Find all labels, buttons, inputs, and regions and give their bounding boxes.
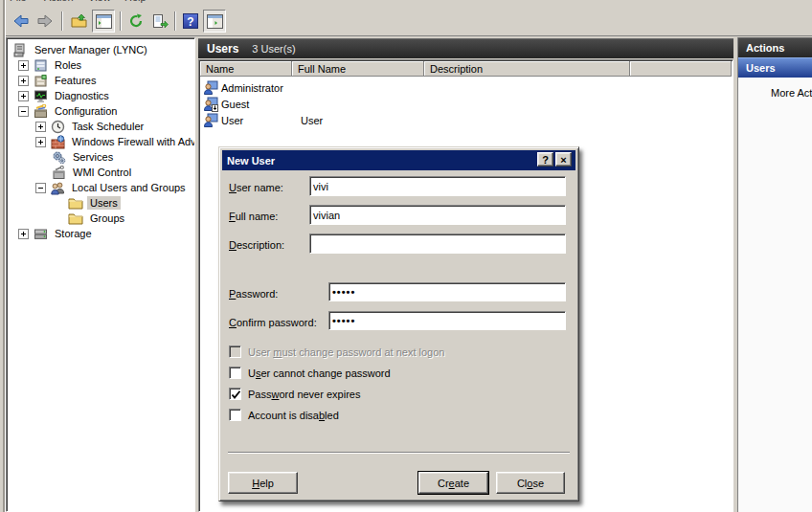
full-name-label: Full name: [229,211,278,222]
up-one-level-icon [71,13,87,29]
forward-button[interactable] [34,10,56,33]
task-scheduler-icon [50,119,65,134]
storage-icon [33,226,48,241]
results-pane-header: Users 3 User(s) [198,38,733,58]
column-header-full-name[interactable]: Full Name [292,61,424,77]
tree-item-diagnostics[interactable]: Diagnostics [18,88,112,103]
tree-item-users[interactable]: Users [68,195,121,211]
toolbar-separator [61,11,63,31]
checkbox-password-never-expires[interactable]: Password never expires [229,388,360,400]
user-icon [203,113,218,128]
user-name: Guest [221,99,249,110]
tree-item-label: Configuration [52,104,120,118]
console-tree: Server Manager (LYNC) Roles Features Dia… [6,37,195,512]
user-name-input[interactable] [309,176,566,196]
toolbar-separator [120,11,122,31]
user-name-label: User name: [229,182,283,193]
menu-action[interactable]: Action [44,0,74,3]
tree-item-windows-firewall[interactable]: Windows Firewall with Advanced Security [35,134,194,149]
firewall-icon [50,134,65,149]
checkbox-icon [229,345,241,358]
dialog-title: New User [227,155,275,167]
tree-item-label: Server Manager (LYNC) [32,43,150,56]
collapse-icon[interactable] [18,106,29,117]
guest-user-icon [203,97,218,112]
expand-icon[interactable] [18,229,29,239]
full-name-input[interactable] [309,205,566,225]
toolbar-separator [174,11,176,31]
up-one-level-button[interactable] [67,10,90,33]
tree-item-task-scheduler[interactable]: Task Scheduler [35,119,147,134]
show-action-pane-icon [207,14,223,29]
expand-icon[interactable] [35,137,46,147]
create-button[interactable]: Create [418,472,488,494]
expand-icon[interactable] [18,76,29,86]
checkbox-icon[interactable] [229,367,241,379]
dialog-help-button[interactable]: ? [537,152,553,167]
refresh-button[interactable] [124,10,147,33]
tree-item-label: Task Scheduler [69,120,147,133]
refresh-icon [128,13,144,29]
password-input[interactable] [328,282,566,301]
checkbox-cannot-change-password[interactable]: User cannot change password [229,367,391,379]
confirm-password-label: Confirm password: [229,317,317,328]
wmi-control-icon [51,165,66,180]
column-header-description[interactable]: Description [424,61,630,77]
menu-help[interactable]: Help [124,0,147,3]
user-full-name: User [293,115,425,126]
tree-item-groups[interactable]: Groups [68,211,127,226]
folder-icon [68,211,83,226]
tree-item-label: Storage [52,227,95,240]
expand-icon[interactable] [18,60,29,71]
user-name: Administrator [221,82,283,94]
tree-item-label: WMI Control [70,166,134,179]
tree-item-label: Users [87,196,121,210]
collapse-icon[interactable] [35,183,46,193]
checkbox-icon[interactable] [229,409,241,421]
local-users-groups-icon [50,180,65,195]
configuration-icon [33,103,48,119]
menu-view[interactable]: View [88,0,111,3]
item-count: 3 User(s) [252,43,295,55]
menu-file[interactable]: File [10,0,27,3]
tree-item-label: Local Users and Groups [69,181,189,194]
tree-item-services[interactable]: Services [51,149,116,165]
back-icon [12,13,30,29]
password-label: Password: [229,288,278,300]
user-row-administrator[interactable]: Administrator [201,79,425,96]
column-header-blank[interactable] [630,61,732,77]
tree-item-local-users-groups[interactable]: Local Users and Groups [35,180,189,195]
user-name: User [221,115,243,126]
column-header-name[interactable]: Name [200,61,292,77]
services-icon [51,149,66,165]
export-list-button[interactable] [148,10,171,33]
actions-pane-title: Actions [738,37,812,57]
pane-title: Users [207,42,238,56]
tree-item-storage[interactable]: Storage [18,226,95,241]
tree-item-roles[interactable]: Roles [18,57,84,73]
expand-icon[interactable] [35,122,46,132]
user-row-user[interactable]: User User [201,112,425,128]
more-actions-link[interactable]: More Actions [771,87,812,99]
help-button[interactable]: ? [179,10,202,33]
description-label: Description: [229,239,284,251]
confirm-password-input[interactable] [328,311,566,330]
actions-group-users[interactable]: Users [738,57,812,78]
dialog-titlebar[interactable]: New User [222,150,575,170]
checkmark-icon[interactable] [229,388,241,400]
user-row-guest[interactable]: Guest [201,96,425,112]
checkbox-account-disabled[interactable]: Account is disabled [229,409,339,421]
show-console-tree-button[interactable] [92,10,115,33]
help-dialog-button[interactable]: Help [228,472,298,494]
close-button[interactable]: Close [496,472,565,494]
description-input[interactable] [309,234,566,254]
actions-pane: Actions Users More Actions [737,37,812,512]
tree-item-features[interactable]: Features [18,73,99,88]
tree-item-server-manager[interactable]: Server Manager (LYNC) [12,42,150,57]
expand-icon[interactable] [18,91,29,101]
tree-item-wmi-control[interactable]: WMI Control [51,165,134,180]
tree-item-configuration[interactable]: Configuration [18,103,120,119]
back-button[interactable] [10,10,33,33]
show-action-pane-button[interactable] [203,10,226,33]
dialog-close-button[interactable]: × [555,152,572,167]
